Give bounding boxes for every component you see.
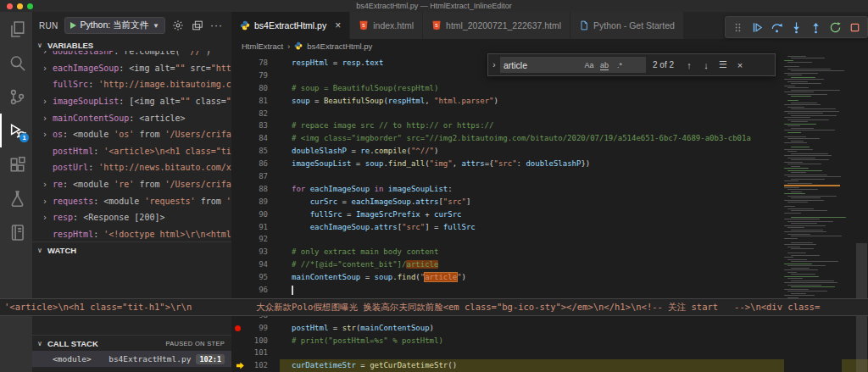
variable-row-eachImageSoup[interactable]: ›eachImageSoup: <img alt="" src="http… [32, 60, 231, 77]
code-line-87[interactable]: 87 [231, 170, 868, 183]
tab-html-20200721-222637-html[interactable]: 5html_20200721_222637.html [423, 12, 570, 39]
gear-icon[interactable] [171, 19, 185, 32]
whole-word-icon[interactable]: ab [597, 61, 612, 69]
gutter[interactable]: 102 [231, 359, 280, 372]
code-area[interactable]: 78respHtml = resp.text7980# soup = Beaut… [231, 53, 868, 372]
gutter[interactable]: 101 [231, 347, 280, 359]
variable-row-respHtml[interactable]: respHtml: '<!doctype html>\r\n<html … [32, 226, 231, 242]
gutter[interactable]: 83 [231, 119, 280, 132]
activity-item-search[interactable] [0, 46, 32, 80]
continue-button[interactable] [748, 18, 767, 36]
variable-row-requests[interactable]: ›requests: <module 'requests' from '/… [32, 192, 231, 209]
line-text[interactable] [280, 170, 868, 183]
line-text[interactable] [280, 233, 868, 246]
stack-frame-row[interactable]: <module>bs4ExtractHtml.py102:1 [32, 351, 231, 367]
line-text[interactable]: curSrc = eachImageSoup.attrs["src"] [280, 196, 868, 208]
gutter[interactable]: 82 [231, 108, 280, 120]
previous-match-button[interactable]: ↑ [681, 60, 698, 70]
variables-section-header[interactable]: ∨ VARIABLES [32, 39, 231, 51]
gutter[interactable]: 89 [231, 196, 280, 208]
code-line-95[interactable]: 95mainContentSoup = soup.find("article") [231, 271, 868, 284]
line-text[interactable]: mainContentSoup = soup.find("article") [280, 271, 868, 284]
gutter[interactable]: 81 [231, 95, 280, 108]
callstack-section-header[interactable]: ∨ CALL STACK PAUSED ON STEP [32, 335, 231, 349]
breadcrumb[interactable]: HtmlExtract › bs4ExtractHtml.py [231, 39, 868, 53]
gutter[interactable]: 91 [231, 221, 280, 234]
activity-item-run-and-debug[interactable]: 1 [0, 114, 32, 147]
activity-item-notebook[interactable] [0, 215, 32, 249]
expand-chevron-icon[interactable]: › [42, 213, 53, 222]
line-text[interactable]: imageSoupList = soup.find_all("img", att… [280, 158, 868, 170]
gutter-marker[interactable] [231, 361, 246, 370]
step-over-button[interactable] [767, 18, 787, 36]
variable-row-fullSrc[interactable]: fullSrc: 'http://image.bitautoimg.co… [32, 76, 231, 93]
expand-chevron-icon[interactable]: › [42, 51, 53, 56]
expand-chevron-icon[interactable]: › [42, 130, 53, 139]
variable-row-os[interactable]: ›os: <module 'os' from '/Users/crifan… [32, 126, 231, 143]
code-line-94[interactable]: 94# //*[@id="content_bit"]/article [231, 258, 868, 271]
tab-bs4extracthtml-py[interactable]: bs4ExtractHtml.py× [231, 12, 350, 39]
gutter[interactable]: 94 [231, 258, 280, 271]
variable-row-imageSoupList[interactable]: ›imageSoupList: [<img alt="" class="s… [32, 93, 231, 110]
code-line-89[interactable]: 89 curSrc = eachImageSoup.attrs["src"] [231, 196, 868, 208]
restart-button[interactable] [826, 18, 845, 36]
close-tab-icon[interactable]: × [335, 19, 341, 31]
find-in-selection-button[interactable]: ☰ [715, 59, 732, 70]
gutter[interactable]: 79 [231, 69, 280, 82]
grip-icon[interactable] [728, 18, 748, 36]
step-out-button[interactable] [806, 18, 826, 36]
code-line-83[interactable]: 83# repace image src // to http:// or ht… [231, 119, 868, 132]
gutter-marker[interactable] [231, 325, 246, 331]
gutter[interactable]: 93 [231, 246, 280, 258]
code-line-85[interactable]: 85doubleSlashP = re.compile("^//") [231, 145, 868, 158]
gutter[interactable]: 99 [231, 322, 280, 335]
breadcrumb-file[interactable]: bs4ExtractHtml.py [307, 42, 372, 51]
line-text[interactable] [280, 108, 868, 120]
gutter[interactable]: 78 [231, 57, 280, 69]
gutter[interactable]: 85 [231, 145, 280, 158]
code-line-84[interactable]: 84# <img class="imgborder" src="//img2.b… [231, 132, 868, 145]
find-input[interactable] [504, 60, 581, 70]
gutter[interactable]: 90 [231, 208, 280, 221]
next-match-button[interactable]: ↓ [698, 60, 715, 70]
start-debug-icon[interactable] [70, 22, 76, 29]
line-text[interactable]: doubleSlashP = re.compile("^//") [280, 145, 868, 158]
code-line-96[interactable]: 96 [231, 284, 868, 297]
line-text[interactable]: # print("postHtml=%s" % postHtml) [280, 335, 868, 347]
expand-chevron-icon[interactable]: › [42, 180, 53, 189]
line-text[interactable]: fullSrc = ImageSrcPrefix + curSrc [280, 208, 868, 221]
expand-chevron-icon[interactable]: › [42, 114, 53, 123]
code-line-82[interactable]: 82 [231, 108, 868, 120]
match-case-icon[interactable]: Aa [581, 61, 597, 69]
gutter[interactable]: 80 [231, 82, 280, 95]
code-line-80[interactable]: 80# soup = BeautifulSoup(respHtml) [231, 82, 868, 95]
line-text[interactable] [280, 347, 868, 359]
line-text[interactable]: postHtml = str(mainContentSoup) [280, 322, 868, 335]
code-line-90[interactable]: 90 fullSrc = ImageSrcPrefix + curSrc [231, 208, 868, 221]
code-line-91[interactable]: 91 eachImageSoup.attrs["src"] = fullSrc [231, 221, 868, 234]
find-toggle-chevron-icon[interactable]: › [488, 60, 500, 69]
code-line-102[interactable]: 102curDatetimeStr = getCurDatetimeStr() [231, 359, 868, 372]
line-text[interactable]: # //*[@id="content_bit"]/article [280, 258, 868, 271]
regex-icon[interactable]: .* [612, 61, 627, 69]
activity-item-extensions[interactable] [0, 147, 32, 181]
breakpoint-icon[interactable] [235, 325, 241, 331]
line-text[interactable]: # repace image src // to http:// or http… [280, 119, 868, 132]
expand-chevron-icon[interactable]: › [42, 197, 53, 206]
tab-python-get-started[interactable]: Python - Get Started [570, 12, 684, 39]
gutter[interactable]: 88 [231, 183, 280, 196]
gutter[interactable]: 95 [231, 271, 280, 284]
code-line-99[interactable]: 99postHtml = str(mainContentSoup) [231, 322, 868, 335]
line-text[interactable]: curDatetimeStr = getCurDatetimeStr() [280, 359, 868, 372]
line-text[interactable]: for eachImageSoup in imageSoupList: [280, 183, 868, 196]
variable-row-doubleSlashP[interactable]: ›doubleSlashP: re.compile('^//') [32, 51, 231, 60]
gutter[interactable]: 96 [231, 284, 280, 297]
line-text[interactable]: # soup = BeautifulSoup(respHtml) [280, 82, 868, 95]
activity-item-source-control[interactable] [0, 80, 32, 114]
debug-config-dropdown[interactable]: Python: 当前文件 ▼ [64, 17, 165, 34]
stop-button[interactable] [845, 18, 865, 36]
expand-chevron-icon[interactable]: › [42, 97, 53, 106]
line-text[interactable]: eachImageSoup.attrs["src"] = fullSrc [280, 221, 868, 234]
code-line-100[interactable]: 100# print("postHtml=%s" % postHtml) [231, 335, 868, 347]
breadcrumb-folder[interactable]: HtmlExtract [242, 42, 283, 51]
